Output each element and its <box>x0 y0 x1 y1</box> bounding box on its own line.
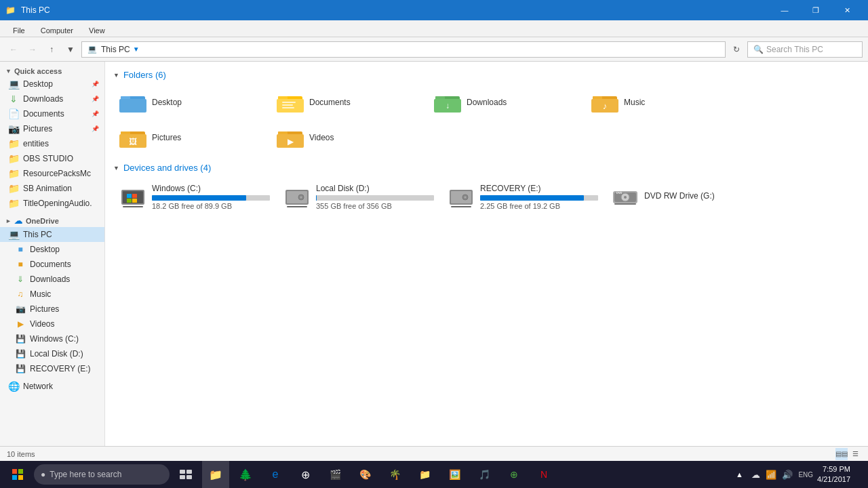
downloads-icon: ⇓ <box>15 274 26 285</box>
sidebar-item-documents-quick[interactable]: 📄 Documents 📌 <box>0 106 104 121</box>
large-icons-button[interactable]: ▤▤ <box>835 448 848 460</box>
title-bar: 📁 This PC — ❐ ✕ <box>0 0 868 20</box>
onedrive-header[interactable]: ► ☁ OneDrive <box>0 214 104 227</box>
music2-taskbar[interactable]: 🎵 <box>471 461 498 488</box>
folders-section-header[interactable]: ▼ Folders (6) <box>113 70 860 80</box>
quick-access-label: Quick access <box>14 67 62 75</box>
task-view-button[interactable] <box>172 461 199 488</box>
sidebar-item-titleopening[interactable]: 📁 TitleOpeningAudio. <box>0 196 104 211</box>
onedrive-tray-icon[interactable]: ☁ <box>751 470 760 480</box>
sidebar-item-windows-drive[interactable]: 💾 Windows (C:) <box>0 331 104 346</box>
sidebar-item-network[interactable]: 🌐 Network <box>0 379 104 394</box>
folder-item-videos[interactable]: ▶ Videos <box>271 121 427 155</box>
folder-name: Pictures <box>152 133 181 142</box>
media-taskbar[interactable]: 🎬 <box>321 461 349 488</box>
search-box[interactable]: 🔍 Search This PC <box>747 41 863 58</box>
netflix-taskbar[interactable]: N <box>530 461 557 488</box>
folder-item-downloads[interactable]: ↓ Downloads <box>428 85 584 119</box>
sidebar-item-local-drive[interactable]: 💾 Local Disk (D:) <box>0 346 104 361</box>
tab-view[interactable]: View <box>81 24 113 37</box>
show-hidden-icons[interactable]: ▲ <box>731 466 747 483</box>
close-button[interactable]: ✕ <box>831 0 863 20</box>
quick-access-header[interactable]: ▼ Quick access <box>0 64 104 77</box>
photo-taskbar[interactable]: 🖼️ <box>441 461 468 488</box>
pin-icon: 📌 <box>92 110 99 117</box>
details-button[interactable]: ☰ <box>849 448 861 460</box>
system-tray: ▲ ☁ 📶 🔊 ENG 7:59 PM 4/21/2017 <box>726 461 864 488</box>
sidebar-item-label: Local Disk (D:) <box>30 349 83 359</box>
svg-text:▶: ▶ <box>288 137 294 146</box>
sidebar: ▼ Quick access 💻 Desktop 📌 ⇓ Downloads 📌… <box>0 62 105 446</box>
sidebar-item-downloads-pc[interactable]: ⇓ Downloads <box>0 272 104 287</box>
minimize-button[interactable]: — <box>769 0 800 20</box>
tab-computer[interactable]: Computer <box>33 24 81 37</box>
folder-item-desktop[interactable]: Desktop <box>113 85 269 119</box>
chevron-down-icon: ▼ <box>5 68 12 75</box>
svg-rect-8 <box>282 107 294 108</box>
svg-rect-36 <box>287 206 307 207</box>
svg-rect-50 <box>12 475 17 480</box>
sidebar-item-label: Pictures <box>30 304 59 314</box>
drive-bar-container <box>316 195 434 201</box>
svg-rect-55 <box>186 475 192 479</box>
sidebar-item-pictures-pc[interactable]: 📷 Pictures <box>0 302 104 317</box>
forward-button[interactable]: → <box>24 41 41 58</box>
pictures-icon: 📷 <box>15 304 26 314</box>
chevron-down-icon: ▼ <box>113 165 119 171</box>
sidebar-item-label: SB Animation <box>23 184 72 193</box>
sidebar-item-thispc[interactable]: 💻 This PC <box>0 227 104 242</box>
folder-item-documents[interactable]: Documents <box>271 85 427 119</box>
chrome-taskbar[interactable]: ⊕ <box>292 461 319 488</box>
sidebar-item-label: TitleOpeningAudio. <box>23 199 92 208</box>
sidebar-item-obs[interactable]: 📁 OBS STUDIO <box>0 151 104 166</box>
sidebar-item-documents-pc[interactable]: ■ Documents <box>0 257 104 272</box>
recent-button[interactable]: ▼ <box>62 41 79 58</box>
sidebar-item-label: Desktop <box>30 245 60 254</box>
sidebar-item-pictures-quick[interactable]: 📷 Pictures 📌 <box>0 121 104 136</box>
sidebar-item-sbanimation[interactable]: 📁 SB Animation <box>0 181 104 196</box>
folder-item-music[interactable]: ♪ Music <box>585 85 741 119</box>
svg-rect-53 <box>186 470 192 474</box>
svg-text:DVD: DVD <box>616 191 623 195</box>
sidebar-item-music-pc[interactable]: ♫ Music <box>0 287 104 302</box>
address-path[interactable]: 💻 This PC ▼ <box>81 41 726 58</box>
refresh-button[interactable]: ↻ <box>728 41 745 58</box>
sidebar-item-entities[interactable]: 📁 entities <box>0 136 104 151</box>
store-taskbar[interactable]: 🌲 <box>232 461 259 488</box>
ime-tray-icon[interactable]: ENG <box>798 471 813 479</box>
drive-item-windows[interactable]: Windows (C:) 18.2 GB free of 89.9 GB <box>113 178 276 215</box>
sidebar-item-resourcepacks[interactable]: 📁 ResourcePacksMc <box>0 166 104 181</box>
back-button[interactable]: ← <box>5 41 22 58</box>
ribbon-tabs: File Computer View <box>0 20 868 37</box>
drive-item-local[interactable]: Local Disk (D:) 355 GB free of 356 GB <box>277 178 440 215</box>
svg-rect-41 <box>451 206 471 207</box>
maximize-button[interactable]: ❐ <box>800 0 831 20</box>
sidebar-item-desktop-quick[interactable]: 💻 Desktop 📌 <box>0 77 104 92</box>
sidebar-item-downloads-quick[interactable]: ⇓ Downloads 📌 <box>0 92 104 106</box>
volume-tray-icon[interactable]: 🔊 <box>782 470 793 480</box>
show-desktop-button[interactable] <box>854 461 859 488</box>
drive-item-recovery[interactable]: RECOVERY (E:) 2.25 GB free of 19.2 GB <box>441 178 604 215</box>
paint-taskbar[interactable]: 🎨 <box>351 461 378 488</box>
edge-taskbar[interactable]: e <box>262 461 289 488</box>
game-taskbar[interactable]: 🌴 <box>381 461 408 488</box>
network-tray-icon[interactable]: 📶 <box>766 470 776 480</box>
sidebar-item-label: Pictures <box>23 124 52 134</box>
start-button[interactable] <box>4 461 31 488</box>
tab-file[interactable]: File <box>5 24 33 37</box>
tray-clock[interactable]: 7:59 PM 4/21/2017 <box>817 464 850 485</box>
file-explorer-taskbar[interactable]: 📁 <box>202 461 229 488</box>
drive-item-dvd[interactable]: DVD DVD RW Drive (G:) <box>606 178 768 215</box>
clock-time: 7:59 PM <box>817 464 850 474</box>
sidebar-item-recovery-drive[interactable]: 💾 RECOVERY (E:) <box>0 361 104 376</box>
view-buttons: ▤▤ ☰ <box>835 448 861 460</box>
folder2-taskbar[interactable]: 📁 <box>411 461 438 488</box>
drives-section-header[interactable]: ▼ Devices and drives (4) <box>113 163 860 173</box>
taskbar-search[interactable]: ● Type here to search <box>34 464 170 485</box>
up-button[interactable]: ↑ <box>43 41 60 58</box>
xbox-taskbar[interactable]: ⊕ <box>500 461 528 488</box>
sidebar-item-desktop-pc[interactable]: ■ Desktop <box>0 242 104 257</box>
sidebar-item-videos-pc[interactable]: ▶ Videos <box>0 317 104 331</box>
svg-rect-47 <box>614 203 636 205</box>
folder-item-pictures[interactable]: 🖼 Pictures <box>113 121 269 155</box>
